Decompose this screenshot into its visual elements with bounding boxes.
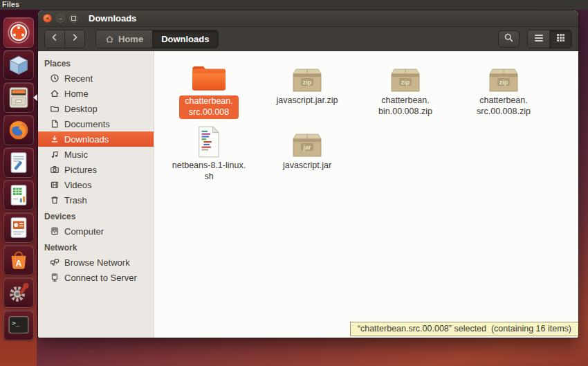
launcher-item-libreoffice-impress[interactable] bbox=[3, 212, 34, 243]
file-label: javascript.jar.zip bbox=[277, 95, 338, 107]
file-item[interactable]: jarjavascript.jar bbox=[258, 122, 356, 182]
file-label: chatterbean.src.00.008 bbox=[179, 95, 239, 119]
launcher-item-libreoffice-writer[interactable] bbox=[3, 147, 34, 178]
sidebar-item-label: Connect to Server bbox=[64, 273, 137, 283]
window-controls: × – bbox=[43, 14, 78, 23]
launcher: A>_ bbox=[0, 10, 37, 366]
grid-view-icon bbox=[556, 33, 565, 45]
launcher-item-ubuntu-logo[interactable] bbox=[3, 17, 34, 48]
clock-icon bbox=[50, 73, 59, 83]
shell-script-icon bbox=[196, 122, 222, 158]
launcher-item-software-center[interactable]: A bbox=[3, 245, 34, 275]
sidebar-item-label: Downloads bbox=[64, 134, 109, 145]
window-content: PlacesRecentHomeDesktopDocumentsDownload… bbox=[38, 51, 578, 338]
search-icon bbox=[504, 33, 514, 46]
appmenu-files[interactable]: Files bbox=[2, 0, 19, 8]
file-label: chatterbean.bin.00.008.zip bbox=[378, 95, 432, 117]
launcher-item-cube[interactable] bbox=[3, 50, 34, 80]
sidebar-item-label: Browse Network bbox=[64, 257, 130, 268]
sidebar-item-label: Computer bbox=[64, 226, 104, 237]
launcher-item-system-settings[interactable] bbox=[3, 277, 34, 308]
svg-text:zip: zip bbox=[499, 79, 508, 86]
sidebar-item-downloads[interactable]: Downloads bbox=[38, 131, 154, 147]
film-icon bbox=[50, 180, 59, 190]
server-icon bbox=[50, 273, 59, 282]
document-icon bbox=[50, 119, 59, 129]
file-item[interactable]: zipjavascript.jar.zip bbox=[258, 57, 356, 119]
sidebar-item-desktop[interactable]: Desktop bbox=[38, 101, 154, 116]
system-settings-icon bbox=[6, 280, 32, 306]
software-center-icon: A bbox=[6, 247, 32, 273]
sidebar-item-videos[interactable]: Videos bbox=[38, 177, 154, 192]
file-item[interactable]: chatterbean.src.00.008 bbox=[160, 57, 258, 119]
sidebar-item-recent[interactable]: Recent bbox=[38, 71, 154, 86]
breadcrumb-label: Downloads bbox=[161, 34, 209, 44]
sidebar-item-label: Trash bbox=[64, 195, 87, 205]
grid-view-button[interactable] bbox=[550, 30, 571, 48]
maximize-button[interactable] bbox=[69, 14, 78, 23]
home-icon bbox=[50, 89, 59, 98]
breadcrumb-label: Home bbox=[118, 34, 143, 44]
breadcrumb-downloads[interactable]: Downloads bbox=[152, 30, 218, 48]
sidebar-item-music[interactable]: Music bbox=[38, 147, 154, 162]
sidebar-item-label: Home bbox=[64, 89, 89, 99]
launcher-item-libreoffice-calc[interactable] bbox=[3, 180, 34, 210]
close-button[interactable]: × bbox=[43, 14, 52, 23]
list-view-button[interactable] bbox=[528, 30, 550, 48]
file-label: netbeans-8.1-linux.sh bbox=[172, 161, 246, 182]
sidebar-item-documents[interactable]: Documents bbox=[38, 116, 154, 131]
libreoffice-calc-icon bbox=[6, 182, 32, 208]
sidebar-item-label: Music bbox=[64, 149, 88, 160]
camera-icon bbox=[50, 165, 59, 174]
network-icon bbox=[50, 257, 59, 267]
launcher-item-files-cabinet[interactable] bbox=[3, 82, 34, 113]
toolbar: HomeDownloads bbox=[38, 27, 578, 51]
sidebar-item-label: Recent bbox=[64, 73, 93, 84]
sidebar-item-pictures[interactable]: Pictures bbox=[38, 162, 154, 177]
sidebar-item-home[interactable]: Home bbox=[38, 86, 154, 101]
breadcrumb: HomeDownloads bbox=[95, 30, 219, 48]
cube-icon bbox=[6, 52, 32, 78]
sidebar-item-trash[interactable]: Trash bbox=[38, 192, 154, 208]
home-icon bbox=[105, 35, 114, 44]
svg-text:zip: zip bbox=[303, 79, 312, 86]
sidebar-item-browse-network[interactable]: Browse Network bbox=[38, 255, 154, 270]
back-chevron-icon bbox=[50, 33, 59, 45]
forward-button[interactable] bbox=[65, 30, 84, 48]
nav-buttons bbox=[44, 30, 85, 48]
sidebar-item-label: Documents bbox=[64, 119, 110, 129]
status-tooltip: “chatterbean.src.00.008” selected (conta… bbox=[350, 322, 578, 336]
minimize-button[interactable]: – bbox=[56, 14, 65, 23]
svg-text:jar: jar bbox=[302, 144, 311, 151]
terminal-icon: >_ bbox=[6, 312, 32, 338]
libreoffice-writer-icon bbox=[6, 149, 32, 176]
computer-icon bbox=[50, 226, 59, 236]
file-item[interactable]: zipchatterbean.bin.00.008.zip bbox=[356, 57, 454, 119]
sidebar: PlacesRecentHomeDesktopDocumentsDownload… bbox=[38, 51, 154, 338]
file-item[interactable]: zipchatterbean.src.00.008.zip bbox=[454, 57, 553, 119]
download-icon bbox=[50, 134, 59, 144]
ubuntu-logo-icon bbox=[6, 19, 32, 46]
window-title: Downloads bbox=[89, 13, 136, 24]
file-item[interactable]: netbeans-8.1-linux.sh bbox=[160, 122, 258, 182]
breadcrumb-home[interactable]: Home bbox=[96, 30, 152, 48]
folder-icon bbox=[50, 104, 59, 113]
zip-archive-icon: zip bbox=[291, 57, 324, 93]
desktop-background: Files A>_ × – Downloads bbox=[0, 0, 588, 366]
sidebar-item-connect-to-server[interactable]: Connect to Server bbox=[38, 270, 154, 285]
launcher-item-terminal[interactable]: >_ bbox=[3, 310, 34, 340]
sidebar-section-header: Network bbox=[38, 239, 154, 255]
libreoffice-impress-icon bbox=[6, 214, 32, 241]
file-label: chatterbean.src.00.008.zip bbox=[477, 95, 531, 117]
firefox-icon bbox=[6, 117, 32, 143]
file-view: chatterbean.src.00.008zipjavascript.jar.… bbox=[154, 51, 578, 338]
zip-archive-icon: zip bbox=[389, 57, 422, 93]
sidebar-item-computer[interactable]: Computer bbox=[38, 223, 154, 239]
back-button[interactable] bbox=[45, 30, 65, 48]
zip-archive-icon: zip bbox=[487, 57, 520, 93]
files-window: × – Downloads HomeDownloads bbox=[38, 10, 578, 338]
search-button[interactable] bbox=[498, 30, 520, 48]
file-grid: chatterbean.src.00.008zipjavascript.jar.… bbox=[160, 57, 578, 185]
titlebar: × – Downloads bbox=[38, 10, 578, 27]
launcher-item-firefox[interactable] bbox=[3, 115, 34, 145]
